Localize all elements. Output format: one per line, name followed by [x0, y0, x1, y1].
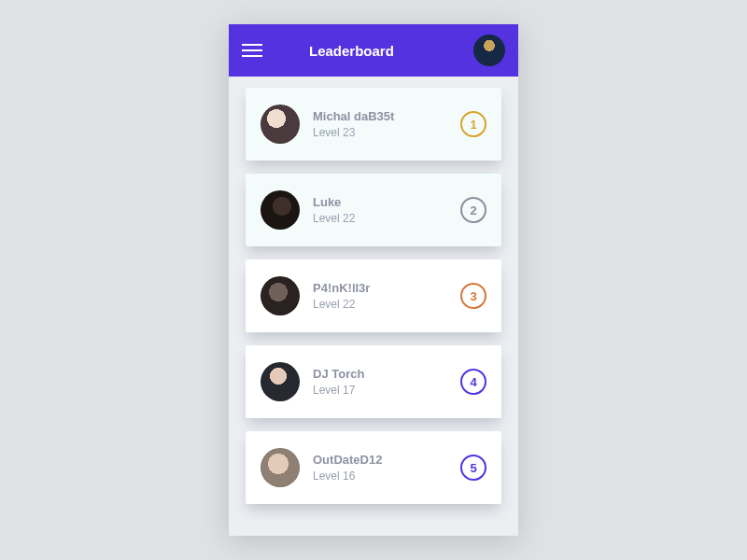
player-name: OutDateD12: [313, 453, 460, 467]
leaderboard-row[interactable]: OutDateD12Level 165: [246, 431, 501, 504]
player-level: Level 17: [313, 384, 460, 397]
player-avatar: [261, 105, 300, 144]
player-name: P4!nK!ll3r: [313, 281, 460, 295]
player-avatar: [261, 190, 300, 230]
profile-avatar[interactable]: [473, 35, 505, 66]
player-avatar: [261, 276, 300, 315]
leaderboard-row[interactable]: DJ TorchLevel 174: [246, 345, 501, 418]
rank-badge: 4: [460, 369, 486, 395]
player-level: Level 22: [313, 212, 460, 225]
rank-badge: 2: [460, 197, 486, 223]
player-info: P4!nK!ll3rLevel 22: [300, 281, 460, 311]
leaderboard-row[interactable]: Michal daB35tLevel 231: [246, 88, 501, 161]
player-info: LukeLevel 22: [300, 195, 460, 225]
rank-number: 3: [470, 289, 476, 303]
rank-badge: 1: [460, 111, 486, 137]
player-name: Michal daB35t: [313, 109, 460, 123]
player-level: Level 22: [313, 298, 460, 311]
player-avatar: [261, 362, 300, 401]
rank-badge: 3: [460, 283, 486, 309]
leaderboard-row[interactable]: P4!nK!ll3rLevel 223: [246, 259, 501, 332]
player-level: Level 16: [313, 469, 460, 483]
player-info: OutDateD12Level 16: [300, 453, 460, 483]
rank-number: 5: [470, 461, 476, 475]
player-info: DJ TorchLevel 17: [300, 367, 460, 397]
leaderboard-row[interactable]: LukeLevel 222: [246, 174, 501, 246]
rank-number: 4: [470, 375, 476, 389]
player-info: Michal daB35tLevel 23: [300, 109, 460, 139]
app-frame: Leaderboard Michal daB35tLevel 231LukeLe…: [229, 24, 518, 536]
player-name: Luke: [313, 195, 460, 209]
leaderboard-list: Michal daB35tLevel 231LukeLevel 222P4!nK…: [229, 77, 518, 521]
page-title: Leaderboard: [275, 43, 460, 59]
player-avatar: [261, 448, 300, 487]
player-name: DJ Torch: [313, 367, 460, 381]
menu-icon[interactable]: [242, 44, 262, 57]
rank-number: 2: [470, 203, 476, 217]
rank-badge: 5: [460, 455, 486, 481]
header-bar: Leaderboard: [229, 24, 518, 77]
player-level: Level 23: [313, 126, 460, 139]
rank-number: 1: [470, 118, 476, 132]
